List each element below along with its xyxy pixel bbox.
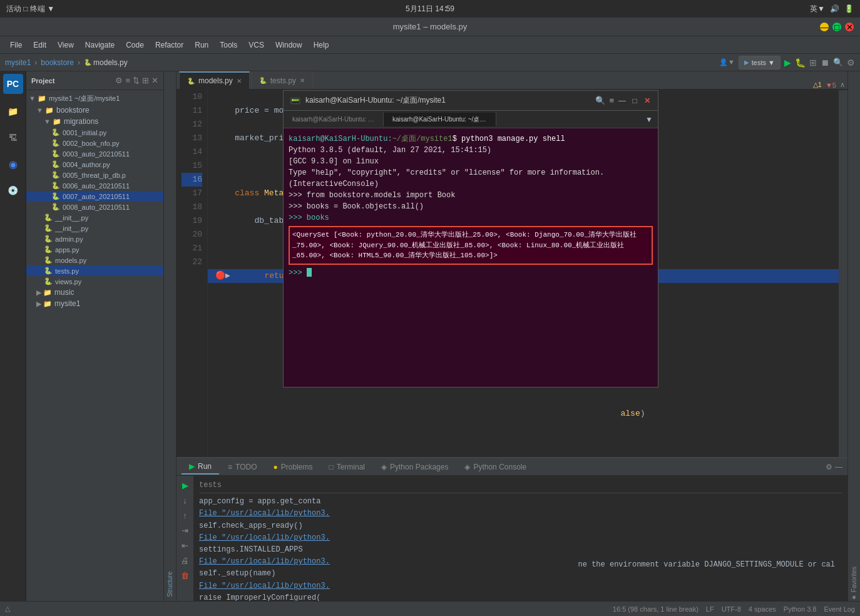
terminal-tab-1[interactable]: kaisarh@KaiSarH-Ubuntu: ~/桌面/mysite1 — [284, 113, 384, 126]
run-panel-container: ▶ ↓ ↑ ⇥ ⇤ 🖨 🗑 tests — [177, 476, 847, 601]
terminal-tab-2[interactable]: kaisarh@KaiSarH-Ubuntu: ~/桌面/mysite1 — [384, 113, 496, 126]
sidebar-settings-icon[interactable]: ⊞ — [142, 76, 149, 85]
menu-navigate[interactable]: Navigate — [80, 39, 120, 51]
breadcrumb-mysite1[interactable]: mysite1 — [5, 58, 31, 67]
bottom-tab-python-console[interactable]: ◈ Python Console — [457, 460, 534, 474]
menu-help[interactable]: Help — [309, 39, 334, 51]
py-icon-0002: 🐍 — [51, 139, 60, 147]
encoding-status[interactable]: UTF-8 — [722, 605, 741, 613]
menu-view[interactable]: View — [53, 39, 79, 51]
activity-chrome-icon[interactable]: ◉ — [2, 153, 24, 175]
bottom-tab-run[interactable]: ▶ Run — [182, 459, 219, 475]
python-version-status[interactable]: Python 3.8 — [784, 605, 817, 613]
tree-0007[interactable]: 🐍 0007_auto_20210511 — [26, 191, 163, 202]
tree-0002[interactable]: 🐍 0002_book_nfo.py — [26, 138, 163, 148]
tree-models[interactable]: 🐍 models.py — [26, 255, 163, 265]
menu-tools[interactable]: Tools — [215, 39, 242, 51]
run-indent-back-icon[interactable]: ⇤ — [178, 538, 192, 552]
close-button[interactable]: ✕ — [845, 23, 854, 31]
bottom-panel-close-icon[interactable]: — — [835, 463, 842, 471]
terminal-maximize-button[interactable]: □ — [630, 96, 639, 105]
tree-init1[interactable]: 🐍 __init__.py — [26, 212, 163, 223]
bottom-tab-todo[interactable]: ≡ TODO — [220, 460, 264, 474]
maximize-button[interactable]: □ — [832, 23, 841, 31]
menu-window[interactable]: Window — [270, 39, 307, 51]
terminal-search-icon[interactable]: 🔍 — [595, 96, 605, 105]
terminal-minimize-button[interactable]: — — [618, 96, 627, 105]
line-ending-status[interactable]: LF — [706, 605, 714, 613]
terminal-body[interactable]: kaisarh@KaiSarH-Ubuntu:~/桌面/mysite1$ pyt… — [284, 128, 658, 387]
bottom-tab-terminal[interactable]: □ Terminal — [321, 460, 372, 474]
favorites-label[interactable]: ★ Favorites — [851, 562, 857, 601]
main-layout: PC 📁 🏗 ◉ 💿 Project ⚙ ≡ ⇅ ⊞ ✕ ▼ � — [0, 71, 860, 601]
menu-edit[interactable]: Edit — [28, 39, 51, 51]
py-icon-0007: 🐍 — [51, 192, 60, 200]
breadcrumb-models[interactable]: 🐍 models.py — [84, 58, 128, 67]
menu-run[interactable]: Run — [190, 39, 213, 51]
tab-tests[interactable]: 🐍 tests.py ✕ — [251, 71, 313, 89]
sidebar-tree: ▼ 📁 mysite1 ~/桌面/mysite1 ▼ 📁 bookstore ▼… — [26, 90, 163, 312]
tree-music[interactable]: ▶ 📁 music — [26, 287, 163, 298]
terminal-cursor — [307, 268, 312, 277]
run-line-8[interactable]: File "/usr/local/lib/python3. — [199, 580, 842, 592]
activity-dvd-icon[interactable]: 💿 — [2, 179, 24, 202]
run-indent-icon[interactable]: ⇥ — [178, 523, 192, 537]
sidebar-eq-icon[interactable]: ≡ — [125, 76, 130, 85]
bottom-tab-python-packages[interactable]: ◈ Python Packages — [374, 460, 456, 474]
collapse-icon[interactable]: ∧ — [840, 81, 845, 89]
terminal-tab-arrow[interactable]: ▼ — [640, 113, 658, 126]
tree-0001[interactable]: 🐍 0001_initial.py — [26, 127, 163, 138]
tree-0004[interactable]: 🐍 0004_author.py — [26, 159, 163, 170]
line-col-status[interactable]: 16:5 (98 chars, 1 line break) — [613, 605, 699, 613]
run-cover-icon[interactable]: ⊞ — [809, 58, 817, 68]
menu-refactor[interactable]: Refactor — [150, 39, 188, 51]
tree-apps[interactable]: 🐍 apps.py — [26, 244, 163, 255]
bottom-panel-settings-icon[interactable]: ⚙ — [826, 463, 832, 471]
tree-0006[interactable]: 🐍 0006_auto_20210511 — [26, 180, 163, 191]
tree-views[interactable]: 🐍 views.py — [26, 276, 163, 287]
run-up-icon[interactable]: ↑ — [178, 508, 192, 522]
menu-code[interactable]: Code — [121, 39, 149, 51]
tree-0005[interactable]: 🐍 0005_threat_ip_db.p — [26, 170, 163, 180]
run-down-icon[interactable]: ↓ — [178, 493, 192, 507]
tree-mysite1-sub[interactable]: ▶ 📁 mysite1 — [26, 298, 163, 309]
tree-migrations[interactable]: ▼ 📁 migrations — [26, 116, 163, 127]
indent-status[interactable]: 4 spaces — [749, 605, 776, 613]
menu-vcs[interactable]: VCS — [243, 39, 269, 51]
terminal-close-button[interactable]: ✕ — [643, 96, 652, 105]
activity-project-icon[interactable]: 📁 — [2, 100, 24, 123]
tree-root-mysite1[interactable]: ▼ 📁 mysite1 ~/桌面/mysite1 — [26, 93, 163, 105]
tree-tests[interactable]: 🐍 tests.py — [26, 265, 163, 276]
right-scrollbar[interactable] — [839, 90, 847, 457]
tree-admin[interactable]: 🐍 admin.py — [26, 234, 163, 244]
tree-init2[interactable]: 🐍 __init__.py — [26, 223, 163, 234]
tree-0008[interactable]: 🐍 0008_auto_20210511 — [26, 202, 163, 212]
run-stop-btn[interactable]: 🗑 — [178, 568, 192, 582]
bottom-tab-problems[interactable]: ● Problems — [265, 460, 320, 474]
structure-label[interactable]: Structure — [165, 568, 175, 601]
tree-0003[interactable]: 🐍 0003_auto_20210511 — [26, 148, 163, 159]
tab-models[interactable]: 🐍 models.py ✕ — [179, 71, 250, 89]
sidebar-gear-icon[interactable]: ✕ — [151, 76, 158, 85]
run-print-icon[interactable]: 🖨 — [178, 553, 192, 567]
tab-models-close[interactable]: ✕ — [237, 78, 242, 85]
menu-file[interactable]: File — [5, 39, 27, 51]
run-stop-icon[interactable]: ⏹ — [821, 58, 829, 68]
tree-bookstore[interactable]: ▼ 📁 bookstore — [26, 105, 163, 116]
sidebar-sort-icon[interactable]: ⇅ — [133, 76, 140, 85]
minimize-button[interactable]: — — [820, 23, 829, 31]
terminal-menu-dots-icon[interactable]: ≡ — [609, 96, 614, 105]
run-play-icon[interactable]: ▶ — [784, 58, 791, 68]
run-play-button[interactable]: ▶ — [178, 478, 192, 492]
sidebar-cogwheel-icon[interactable]: ⚙ — [115, 76, 123, 85]
event-log-button[interactable]: Event Log — [824, 605, 855, 613]
tab-tests-close[interactable]: ✕ — [300, 77, 305, 84]
run-line-2[interactable]: File "/usr/local/lib/python3. — [199, 508, 842, 520]
breadcrumb-bookstore[interactable]: bookstore — [41, 58, 74, 67]
settings-gear-icon[interactable]: ⚙ — [847, 58, 855, 68]
activity-structure-icon[interactable]: 🏗 — [2, 126, 24, 149]
search-icon[interactable]: 🔍 — [833, 58, 843, 67]
run-debug-icon[interactable]: 🐛 — [795, 58, 806, 68]
run-config-button[interactable]: ▶ tests ▼ — [739, 56, 781, 69]
run-line-4[interactable]: File "/usr/local/lib/python3. — [199, 532, 842, 544]
